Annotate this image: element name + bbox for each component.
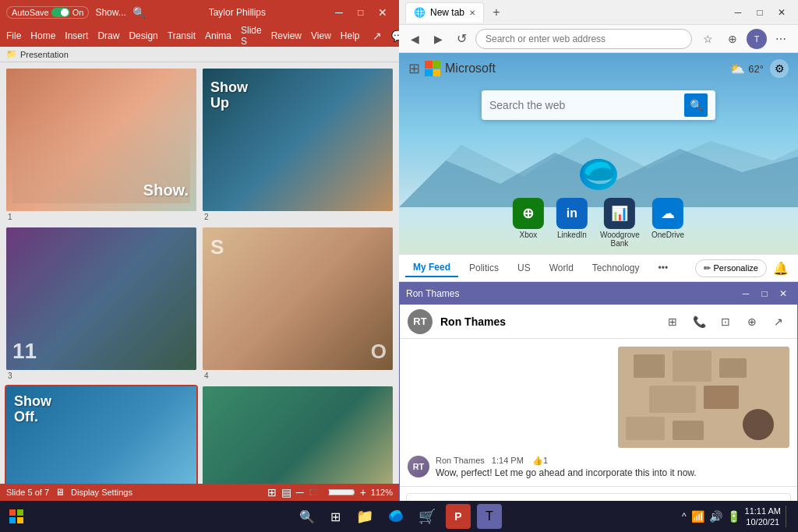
search-icon[interactable]: 🔍 [132,6,146,19]
browser-restore-button[interactable]: □ [750,5,770,20]
minimize-button[interactable]: ─ [329,5,349,20]
slide-item-6[interactable]: Show. 6 [203,386,393,484]
slide-thumb-3[interactable]: 11 [6,227,196,370]
teams-window: Ron Thames ─ □ ✕ RT Ron Thames ⊞ 📞 ⊡ ⊕ ↗ [399,282,798,532]
menu-anima[interactable]: Anima [205,30,231,41]
menu-help[interactable]: Help [341,30,360,41]
show-dropdown[interactable]: Show... [95,7,125,18]
app-icon-woodgrove[interactable]: 📊 Woodgrove Bank [600,198,639,248]
teams-close-button[interactable]: ✕ [775,286,791,301]
file-explorer-button[interactable]: 📁 [352,504,377,529]
video-call-button[interactable]: ⊞ [662,311,683,333]
slide-item-3[interactable]: 11 3 [6,227,196,380]
personalize-button[interactable]: ✏ Personalize [695,259,767,277]
teams-minimize-button[interactable]: ─ [738,286,754,301]
message-text: Wow, perfect! Let me go ahead and incorp… [436,467,697,478]
taskbar-search-button[interactable]: 🔍 [296,506,318,527]
ppt-taskbar-button[interactable]: P [446,504,471,529]
notifications-button[interactable]: 🔔 [770,257,792,279]
slide-item-4[interactable]: S O 4 [203,227,393,380]
slides-panel[interactable]: Show. 1 ShowUp 2 [0,62,399,484]
menu-slides[interactable]: Slide S [241,25,262,47]
slide-thumb-2[interactable]: ShowUp [203,69,393,211]
app-icon-xbox[interactable]: ⊕ Xbox [513,198,544,248]
settings-more-button[interactable]: ⋯ [770,28,792,50]
battery-icon[interactable]: 🔋 [727,510,740,523]
windows-logo [9,509,23,523]
slide-view-icon[interactable]: ▤ [281,486,291,499]
menu-design[interactable]: Design [129,30,157,41]
zoom-level[interactable]: 112% [371,488,393,497]
show-desktop-button[interactable] [786,506,792,527]
date-display: 10/20/21 [746,516,779,527]
display-settings-icon[interactable]: 🖥 [55,487,65,498]
new-tab-button[interactable]: + [487,5,506,19]
teams-restore-button[interactable]: □ [757,286,772,301]
search-submit-button[interactable]: 🔍 [684,93,708,117]
screen-share-button[interactable]: ⊡ [715,311,736,333]
start-button[interactable] [6,506,26,527]
zoom-slider[interactable] [309,486,355,499]
show-hidden-icons-button[interactable]: ^ [682,511,687,522]
refresh-button[interactable]: ↺ [452,30,471,48]
close-tab-button[interactable]: ✕ [469,9,475,17]
more-options-button[interactable]: ⊕ [741,311,763,333]
feed-tab-politics[interactable]: Politics [461,259,507,277]
back-button[interactable]: ◀ [405,30,424,48]
share-icon[interactable]: ↗ [373,30,382,42]
ppt-statusbar: Slide 5 of 7 🖥 Display Settings ⊞ ▤ ─ + … [0,484,399,501]
slide-thumb-1[interactable]: Show. [6,69,196,211]
pop-out-button[interactable]: ↗ [768,311,789,333]
edge-taskbar-button[interactable] [383,504,408,529]
app-icon-linkedin[interactable]: in LinkedIn [556,198,588,248]
reaction-badge: 👍1 [532,456,548,465]
autosave-toggle[interactable]: AutoSave On [6,6,89,19]
slide-thumb-6[interactable]: Show. [203,386,393,484]
network-icon[interactable]: 📶 [691,510,704,523]
menu-file[interactable]: File [6,30,21,41]
ppt-user-name: Taylor Phillips [209,7,266,18]
teams-taskbar-button[interactable]: T [477,504,502,529]
browser-tab[interactable]: 🌐 New tab ✕ [405,2,484,23]
datetime-display[interactable]: 11:11 AM 10/20/21 [745,506,781,528]
feed-tab-world[interactable]: World [542,259,581,277]
feed-tab-myfeed[interactable]: My Feed [405,259,458,277]
slide-num-2: 2 [203,213,393,221]
zoom-in-icon[interactable]: + [360,486,366,499]
address-bar[interactable] [475,29,692,49]
slide-item-5[interactable]: ShowOff. 5 [6,386,196,484]
user-profile-button[interactable]: T [747,29,767,49]
collections-button[interactable]: ⊕ [722,28,743,50]
feed-tab-us[interactable]: US [510,259,538,277]
favorites-button[interactable]: ☆ [697,28,719,50]
audio-call-button[interactable]: 📞 [688,311,710,333]
zoom-out-icon[interactable]: ─ [296,486,304,499]
close-button[interactable]: ✕ [373,5,393,20]
display-settings-label[interactable]: Display Settings [71,488,132,497]
browser-minimize-button[interactable]: ─ [728,5,748,20]
slide-thumb-5[interactable]: ShowOff. [6,386,196,484]
newtab-settings-button[interactable]: ⚙ [770,59,789,78]
menu-home[interactable]: Home [30,30,55,41]
app-icon-onedrive[interactable]: ☁ OneDrive [651,198,684,248]
browser-window: 🌐 New tab ✕ + ─ □ ✕ ◀ ▶ ↺ ☆ ⊕ T ⋯ [399,0,798,282]
feed-tab-technology[interactable]: Technology [584,259,648,277]
slide-item-2[interactable]: ShowUp 2 [203,69,393,221]
menu-insert[interactable]: Insert [65,30,88,41]
browser-close-button[interactable]: ✕ [772,5,792,20]
store-taskbar-button[interactable]: 🛒 [415,504,440,529]
search-input[interactable] [489,99,678,111]
feed-tab-more[interactable]: ••• [651,259,676,277]
menu-transit[interactable]: Transit [168,30,196,41]
menu-view[interactable]: View [311,30,331,41]
menu-draw[interactable]: Draw [97,30,119,41]
slide-thumb-4[interactable]: S O [203,227,393,370]
apps-grid-icon[interactable]: ⊞ [408,60,420,77]
forward-button[interactable]: ▶ [429,30,447,48]
restore-button[interactable]: □ [351,5,371,20]
task-view-button[interactable]: ⊞ [324,506,346,527]
volume-icon[interactable]: 🔊 [709,510,722,523]
slide-item-1[interactable]: Show. 1 [6,69,196,221]
grid-view-icon[interactable]: ⊞ [267,486,277,499]
menu-review[interactable]: Review [271,30,302,41]
